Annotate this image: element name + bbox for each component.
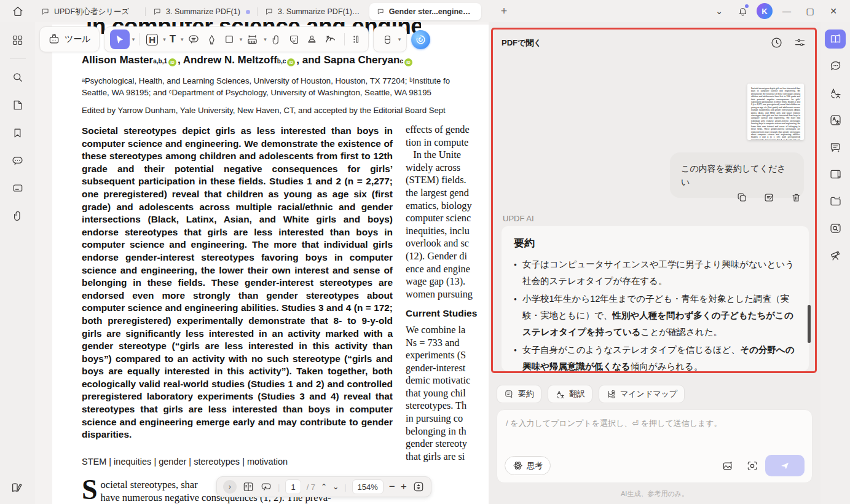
ai-folder-button[interactable]: [825, 192, 846, 211]
summary-bullet-list: 女子はコンピュータサイエンスや工学に男子より興味がないという社会的ステレオタイプ…: [514, 256, 797, 371]
home-button[interactable]: [10, 4, 26, 20]
ai-summary-button[interactable]: [825, 138, 846, 157]
minimize-button[interactable]: —: [777, 2, 796, 20]
tab-gender-stereotypes[interactable]: Gender ster...engineering: [369, 3, 481, 20]
bookmark-panel-button[interactable]: [8, 124, 28, 142]
telescope-button[interactable]: [825, 246, 846, 265]
chat-scrollbar[interactable]: [808, 305, 811, 343]
text-tool-chevron[interactable]: ▾: [181, 36, 184, 42]
tab-summarize-pdf[interactable]: 3. Summarize PDF(1): [146, 3, 258, 20]
pdf-text-line: widely across: [406, 162, 490, 175]
eraser-tool-chevron[interactable]: ▾: [398, 36, 401, 42]
page-navigation-bar: › | 1 / 7 ⌃ ⌄ | 154% − +: [216, 476, 431, 497]
stamp-tool-button[interactable]: [304, 30, 320, 49]
split-view-button[interactable]: [825, 165, 846, 184]
screenshot-icon[interactable]: [746, 459, 759, 473]
previous-page-button[interactable]: ⌃: [321, 482, 327, 491]
zoom-out-button[interactable]: −: [389, 481, 395, 493]
maximize-button[interactable]: ▢: [801, 2, 819, 20]
ai-reader-button[interactable]: [825, 30, 846, 49]
paper-authors: Allison Mastera,b,1iD , Andrew N. Meltzo…: [82, 54, 414, 66]
message-actions: [735, 191, 803, 204]
ai-assistant-button[interactable]: [411, 30, 430, 49]
attach-tool-button[interactable]: [268, 30, 285, 49]
orcid-icon: iD: [287, 58, 295, 66]
quoted-selection-thumbnail[interactable]: Societal stereotypes depict girls as les…: [747, 84, 804, 140]
measure-tool-button[interactable]: [243, 30, 261, 49]
heading-tool-button[interactable]: H: [144, 30, 160, 49]
eraser-tool-button[interactable]: [379, 30, 396, 49]
delete-icon[interactable]: [789, 191, 803, 204]
thumbnails-panel-button[interactable]: [8, 31, 28, 49]
prompt-input-box[interactable]: / を入力してプロンプトを選択し、⏎ を押して送信します。 思考: [497, 409, 813, 483]
close-button[interactable]: ✕: [824, 2, 843, 20]
zoom-level-input[interactable]: 154%: [352, 479, 384, 494]
tab-label: Gender ster...engineering: [389, 7, 474, 16]
assistant-name-label: UPDF AI: [503, 214, 534, 223]
pdf-text-line: the largest gend: [406, 187, 490, 200]
page-number-input[interactable]: 1: [285, 479, 301, 494]
comments-panel-button[interactable]: [8, 151, 28, 170]
orcid-icon: iD: [168, 58, 176, 66]
more-tools-button[interactable]: [349, 30, 363, 49]
edit-icon[interactable]: [762, 191, 776, 204]
signature-tool-button[interactable]: [321, 30, 340, 49]
quick-action-label: 翻訳: [569, 388, 585, 400]
tab-summarize-pdf-ja[interactable]: 3. Summarize PDF(1)_ja: [258, 3, 369, 20]
writer-mode-button[interactable]: [7, 478, 27, 497]
add-image-icon[interactable]: [721, 459, 734, 473]
pdf-page[interactable]: in computer science and engineering Alli…: [52, 25, 489, 504]
shape-tool-chevron[interactable]: ▾: [240, 36, 243, 42]
highlighter-tool-button[interactable]: [203, 30, 220, 49]
expand-toolbar-button[interactable]: ›: [223, 480, 237, 494]
fit-page-button[interactable]: [412, 481, 425, 493]
export-panel-button[interactable]: [8, 179, 28, 197]
select-tool-chevron[interactable]: ▾: [132, 36, 135, 42]
mindmap-quick-button[interactable]: マインドマップ: [599, 385, 685, 403]
notification-dot: [745, 4, 749, 8]
annotation-list-button[interactable]: [260, 481, 272, 493]
translate-box-button[interactable]: [825, 111, 846, 130]
comment-tool-button[interactable]: [185, 30, 202, 49]
zoom-in-button[interactable]: +: [401, 481, 407, 493]
pdf-text-line: gender-interest: [406, 362, 490, 375]
tools-menu-label: ツール: [65, 34, 91, 45]
translate-quick-button[interactable]: 翻訳: [548, 385, 592, 403]
thinking-label: 思考: [527, 460, 543, 471]
tools-menu-button[interactable]: ツール: [39, 26, 100, 52]
tab-updf-beginner[interactable]: UPDF初心者シリーズ: [34, 3, 146, 20]
ai-chat-button[interactable]: [825, 57, 846, 76]
pdf-text-line: in pursuing co: [406, 412, 490, 425]
heading-tool-chevron[interactable]: ▾: [163, 36, 166, 42]
notifications-button[interactable]: [733, 2, 752, 20]
new-tab-button[interactable]: +: [497, 4, 511, 18]
chat-history-icon[interactable]: [769, 36, 783, 49]
attachment-panel-button[interactable]: [8, 207, 28, 225]
avatar[interactable]: K: [757, 3, 773, 19]
translate-button[interactable]: [825, 84, 846, 103]
ai-chat-highlight-border: PDFで聞く Societal stereotypes depict girls…: [491, 28, 817, 373]
tool-group: ▾ H▾ T▾ ▾ ▾: [104, 26, 369, 52]
select-tool-button[interactable]: [110, 30, 130, 49]
measure-tool-chevron[interactable]: ▾: [264, 36, 267, 42]
pdf-text-line: women pursuing: [406, 288, 490, 301]
page-layout-button[interactable]: [242, 481, 254, 493]
send-button[interactable]: [765, 455, 805, 476]
annotation-toolbar: ツール ▾ H▾ T▾ ▾ ▾: [39, 26, 430, 53]
orcid-icon: iD: [404, 58, 412, 66]
ai-search-button[interactable]: [825, 219, 846, 238]
paper-right-column: effects of gendetion in compute In the U…: [406, 124, 490, 463]
summarize-quick-button[interactable]: 要約: [497, 385, 541, 403]
tab-list-chevron[interactable]: ⌄: [710, 2, 728, 20]
page-organize-button[interactable]: [8, 96, 28, 114]
document-viewport[interactable]: in computer science and engineering Alli…: [35, 22, 489, 504]
shape-tool-button[interactable]: [221, 30, 237, 49]
next-page-button[interactable]: ⌄: [333, 482, 339, 491]
search-panel-button[interactable]: [8, 68, 28, 87]
ai-settings-icon[interactable]: [793, 36, 806, 49]
tab-label: 3. Summarize PDF(1): [166, 7, 240, 16]
sticker-tool-button[interactable]: [286, 30, 302, 49]
text-tool-button[interactable]: T: [167, 30, 178, 49]
copy-icon[interactable]: [735, 191, 749, 204]
thinking-mode-button[interactable]: 思考: [505, 456, 551, 475]
